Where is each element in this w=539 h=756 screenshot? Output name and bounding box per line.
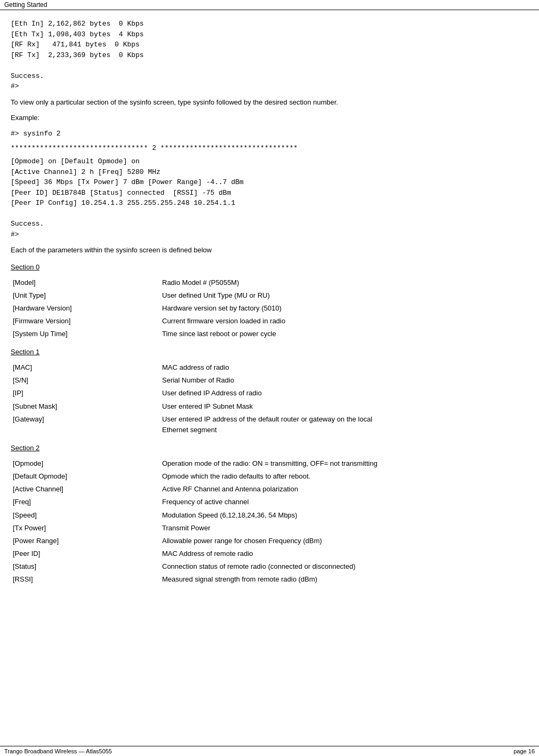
param-key: [Status]	[11, 560, 160, 573]
section1-heading: Section 1	[11, 348, 528, 356]
section0-heading: Section 0	[11, 263, 528, 271]
top-bar-title: Getting Started	[4, 1, 47, 9]
prose-intro: To view only a particular section of the…	[11, 97, 528, 108]
param-value: Allowable power range for chosen Frequen…	[160, 535, 528, 547]
param-value: Serial Number of Radio	[160, 374, 528, 387]
table-row: [Hardware Version]Hardware version set b…	[11, 302, 528, 315]
param-value: User defined IP Address of radio	[160, 387, 528, 400]
table-row: [Model]Radio Model # (P5055M)	[11, 276, 528, 289]
table-row: [Peer ID]MAC Address of remote radio	[11, 547, 528, 560]
param-key: [Peer ID]	[11, 547, 160, 560]
table-row: [Tx Power]Transmit Power	[11, 522, 528, 535]
table-row: [MAC]MAC address of radio	[11, 361, 528, 374]
table-row: [Power Range]Allowable power range for c…	[11, 535, 528, 547]
table-row: [Gateway]User entered IP address of the …	[11, 413, 528, 436]
param-key: [Model]	[11, 276, 160, 289]
param-value: Measured signal strength from remote rad…	[160, 573, 528, 586]
table-row: [Speed]Modulation Speed (6,12,18,24,36, …	[11, 509, 528, 522]
main-content: [Eth In] 2,162,862 bytes 0 Kbps [Eth Tx]…	[0, 10, 539, 615]
param-key: [Hardware Version]	[11, 302, 160, 315]
table-row: [System Up Time]Time since last reboot o…	[11, 328, 528, 340]
top-bar: Getting Started	[0, 0, 539, 10]
param-key: [Gateway]	[11, 413, 160, 436]
param-key: [IP]	[11, 387, 160, 400]
param-value: Hardware version set by factory (5010)	[160, 302, 528, 315]
table-row: [Freq]Frequency of active channel	[11, 496, 528, 508]
param-key: [Power Range]	[11, 535, 160, 547]
table-row: [Active Channel]Active RF Channel and An…	[11, 483, 528, 496]
table-row: [Firmware Version]Current firmware versi…	[11, 315, 528, 328]
param-value: Time since last reboot or power cycle	[160, 328, 528, 340]
param-value: Transmit Power	[160, 522, 528, 535]
prose-example-label: Example:	[11, 113, 528, 123]
footer-left: Trango Broadband Wireless — Atlas5055	[4, 748, 112, 754]
param-key: [System Up Time]	[11, 328, 160, 340]
param-value: Radio Model # (P5055M)	[160, 276, 528, 289]
param-key: [Opmode]	[11, 457, 160, 470]
param-value: Operation mode of the radio: ON = transm…	[160, 457, 528, 470]
param-value: User entered IP Subnet Mask	[160, 400, 528, 413]
section1-table: [MAC]MAC address of radio[S/N]Serial Num…	[11, 361, 528, 436]
param-key: [S/N]	[11, 374, 160, 387]
param-value: User defined Unit Type (MU or RU)	[160, 289, 528, 302]
table-row: [Status]Connection status of remote radi…	[11, 560, 528, 573]
param-value: Connection status of remote radio (conne…	[160, 560, 528, 573]
section2-heading: Section 2	[11, 444, 528, 452]
section2-table: [Opmode]Operation mode of the radio: ON …	[11, 457, 528, 586]
param-value: Modulation Speed (6,12,18,24,36, 54 Mbps…	[160, 509, 528, 522]
param-value: User entered IP address of the default r…	[160, 413, 528, 436]
code-block-eth: [Eth In] 2,162,862 bytes 0 Kbps [Eth Tx]…	[11, 19, 528, 92]
param-value: MAC Address of remote radio	[160, 547, 528, 560]
param-key: [Subnet Mask]	[11, 400, 160, 413]
table-row: [S/N]Serial Number of Radio	[11, 374, 528, 387]
param-value: MAC address of radio	[160, 361, 528, 374]
divider-line: ********************************* 2 ****…	[11, 144, 528, 152]
param-value: Active RF Channel and Antenna polarizati…	[160, 483, 528, 496]
code-block-sysinfo2: [Opmode] on [Default Opmode] on [Active …	[11, 156, 528, 240]
param-key: [MAC]	[11, 361, 160, 374]
param-key: [Speed]	[11, 509, 160, 522]
param-key: [Freq]	[11, 496, 160, 508]
table-row: [RSSI]Measured signal strength from remo…	[11, 573, 528, 586]
param-value: Opmode which the radio defaults to after…	[160, 470, 528, 483]
param-key: [Firmware Version]	[11, 315, 160, 328]
footer: Trango Broadband Wireless — Atlas5055 pa…	[0, 746, 539, 756]
param-key: [RSSI]	[11, 573, 160, 586]
param-key: [Unit Type]	[11, 289, 160, 302]
table-row: [Unit Type]User defined Unit Type (MU or…	[11, 289, 528, 302]
section0-table: [Model]Radio Model # (P5055M)[Unit Type]…	[11, 276, 528, 341]
param-key: [Default Opmode]	[11, 470, 160, 483]
param-value: Current firmware version loaded in radio	[160, 315, 528, 328]
prose-params-intro: Each of the parameters within the sysinf…	[11, 245, 528, 256]
param-key: [Active Channel]	[11, 483, 160, 496]
table-row: [IP]User defined IP Address of radio	[11, 387, 528, 400]
table-row: [Subnet Mask]User entered IP Subnet Mask	[11, 400, 528, 413]
table-row: [Default Opmode]Opmode which the radio d…	[11, 470, 528, 483]
param-key: [Tx Power]	[11, 522, 160, 535]
table-row: [Opmode]Operation mode of the radio: ON …	[11, 457, 528, 470]
param-value: Frequency of active channel	[160, 496, 528, 508]
code-block-example: #> sysinfo 2	[11, 129, 528, 139]
footer-right: page 16	[513, 748, 535, 754]
